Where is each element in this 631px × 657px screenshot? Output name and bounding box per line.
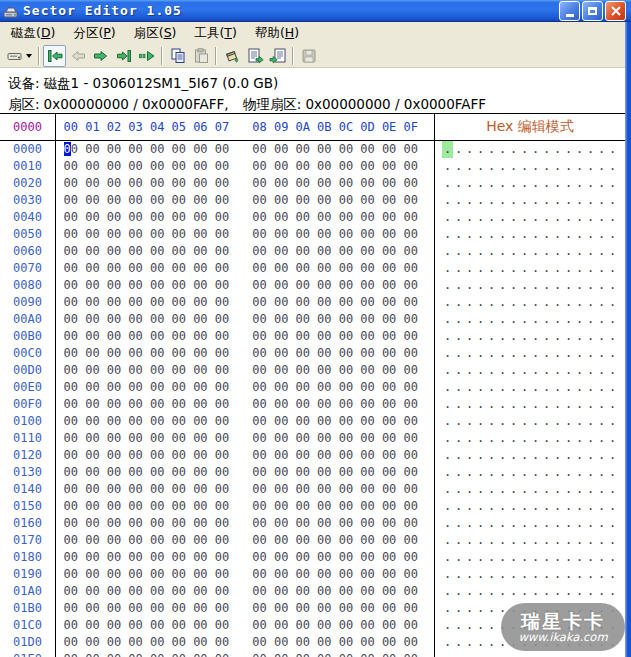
ascii-cell[interactable]: . [585,158,596,175]
ascii-cell[interactable]: . [585,294,596,311]
byte-cell[interactable]: 00 [378,651,400,657]
byte-cell[interactable]: 00 [378,345,400,362]
ascii-cell[interactable]: . [596,294,607,311]
byte-cell[interactable]: 00 [400,277,422,294]
ascii-cell[interactable]: . [442,311,453,328]
byte-cell[interactable]: 00 [60,549,82,566]
ascii-cell[interactable]: . [442,498,453,515]
byte-cell[interactable]: 00 [378,617,400,634]
byte-cell[interactable]: 00 [400,294,422,311]
ascii-cell[interactable]: . [486,362,497,379]
byte-cell[interactable]: 00 [335,430,357,447]
ascii-cell[interactable]: . [497,209,508,226]
byte-cell[interactable]: 00 [82,260,104,277]
ascii-cell[interactable]: . [475,583,486,600]
byte-cell[interactable]: 00 [378,260,400,277]
byte-cell[interactable]: 00 [146,634,168,651]
byte-cell[interactable]: 00 [357,294,379,311]
ascii-cell[interactable]: . [464,226,475,243]
ascii-cell[interactable]: . [585,532,596,549]
ascii-cell[interactable]: . [541,583,552,600]
byte-cell[interactable]: 00 [146,141,168,158]
byte-cell[interactable]: 00 [378,634,400,651]
byte-cell[interactable]: 00 [378,566,400,583]
ascii-cell[interactable]: . [486,175,497,192]
byte-cell[interactable]: 00 [168,226,190,243]
ascii-cell[interactable]: . [541,362,552,379]
byte-cell[interactable]: 00 [249,634,271,651]
ascii-cell[interactable]: . [453,515,464,532]
byte-cell[interactable]: 00 [125,566,147,583]
ascii-cell[interactable]: . [464,345,475,362]
ascii-cell[interactable]: . [607,532,618,549]
byte-cell[interactable]: 00 [190,464,212,481]
ascii-cell[interactable]: . [585,243,596,260]
byte-cell[interactable]: 00 [292,158,314,175]
ascii-cell[interactable]: . [442,277,453,294]
byte-cell[interactable]: 00 [335,328,357,345]
byte-cell[interactable]: 00 [335,498,357,515]
ascii-cell[interactable]: . [574,430,585,447]
byte-cell[interactable]: 00 [249,345,271,362]
byte-cell[interactable]: 00 [82,651,104,657]
byte-cell[interactable]: 00 [314,362,336,379]
byte-cell[interactable]: 00 [400,634,422,651]
ascii-cell[interactable]: . [453,651,464,657]
byte-cell[interactable]: 00 [270,532,292,549]
byte-cell[interactable]: 00 [270,192,292,209]
ascii-cell[interactable]: . [475,277,486,294]
byte-cell[interactable]: 00 [378,277,400,294]
byte-cell[interactable]: 00 [125,617,147,634]
ascii-cell[interactable]: . [552,277,563,294]
ascii-cell[interactable]: . [574,141,585,158]
byte-cell[interactable]: 00 [125,600,147,617]
byte-cell[interactable]: 00 [103,226,125,243]
byte-cell[interactable]: 00 [103,600,125,617]
ascii-cell[interactable]: . [596,498,607,515]
byte-cell[interactable]: 00 [292,464,314,481]
ascii-cell[interactable]: . [541,328,552,345]
byte-cell[interactable]: 00 [60,600,82,617]
ascii-cell[interactable]: . [530,396,541,413]
ascii-cell[interactable]: . [486,549,497,566]
byte-cell[interactable]: 00 [60,175,82,192]
ascii-cell[interactable]: . [475,175,486,192]
ascii-cell[interactable]: . [519,158,530,175]
byte-cell[interactable]: 00 [314,566,336,583]
byte-cell[interactable]: 00 [314,192,336,209]
byte-cell[interactable]: 00 [378,600,400,617]
ascii-cell[interactable]: . [453,158,464,175]
ascii-cell[interactable]: . [541,532,552,549]
byte-cell[interactable]: 00 [168,396,190,413]
ascii-cell[interactable]: . [508,379,519,396]
byte-cell[interactable]: 00 [249,311,271,328]
byte-cell[interactable]: 00 [357,209,379,226]
byte-cell[interactable]: 00 [146,651,168,657]
ascii-cell[interactable]: . [530,328,541,345]
ascii-cell[interactable]: . [541,566,552,583]
byte-cell[interactable]: 00 [211,141,233,158]
ascii-cell[interactable]: . [530,294,541,311]
ascii-cell[interactable]: . [563,566,574,583]
byte-cell[interactable]: 00 [292,209,314,226]
byte-cell[interactable]: 00 [249,430,271,447]
ascii-cell[interactable]: . [453,226,464,243]
ascii-cell[interactable]: . [486,328,497,345]
ascii-cell[interactable]: . [486,651,497,657]
byte-cell[interactable]: 00 [168,532,190,549]
ascii-cell[interactable]: . [442,413,453,430]
byte-cell[interactable]: 00 [400,243,422,260]
byte-cell[interactable]: 00 [103,447,125,464]
ascii-cell[interactable]: . [530,515,541,532]
ascii-cell[interactable]: . [596,532,607,549]
byte-cell[interactable]: 00 [249,158,271,175]
byte-cell[interactable]: 00 [146,379,168,396]
ascii-cell[interactable]: . [442,379,453,396]
ascii-cell[interactable]: . [475,498,486,515]
byte-cell[interactable]: 00 [168,141,190,158]
ascii-cell[interactable]: . [530,566,541,583]
ascii-cell[interactable]: . [607,464,618,481]
ascii-cell[interactable]: . [585,379,596,396]
ascii-cell[interactable]: . [486,345,497,362]
byte-cell[interactable]: 00 [82,566,104,583]
